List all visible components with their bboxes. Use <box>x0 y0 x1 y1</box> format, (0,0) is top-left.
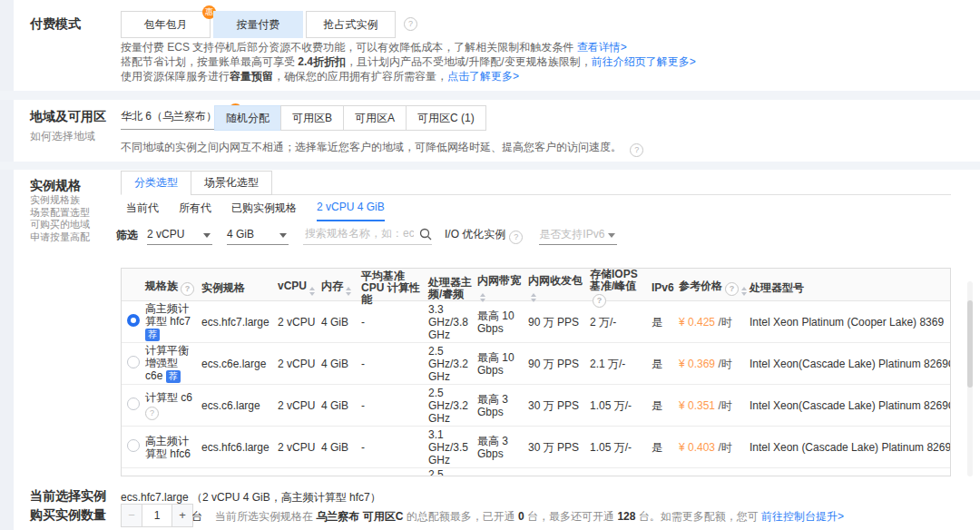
desc-text: 使用资源保障服务进行 <box>121 70 230 83</box>
sort-icon[interactable] <box>346 287 351 296</box>
sort-icon[interactable] <box>531 293 536 302</box>
cell-iops: 2 万/- <box>590 316 652 329</box>
quantity-input[interactable] <box>142 505 172 526</box>
row-radio[interactable] <box>127 398 140 410</box>
view-details-link[interactable]: 查看详情> <box>577 41 627 54</box>
region-select[interactable]: 华北 6（乌兰察布） 惠 <box>121 109 222 130</box>
cell-bandwidth: 最高 3 Gbps <box>477 435 528 460</box>
question-icon[interactable] <box>725 282 739 296</box>
sort-icon[interactable] <box>309 287 315 296</box>
zone-tab-label: 可用区B <box>292 112 332 124</box>
table-row-partial[interactable]: 2.5 <box>122 468 950 476</box>
side-link-apply-quota[interactable]: 申请按量高配 <box>30 231 90 244</box>
tab-category-selection[interactable]: 分类选型 <box>121 171 191 195</box>
intro-page-link[interactable]: 前往介绍页了解更多> <box>592 55 696 68</box>
cell-vcpu: 2 vCPU <box>278 441 321 454</box>
quantity-decrease-button[interactable]: − <box>122 505 142 526</box>
column-header[interactable]: 实例规格 <box>201 282 278 294</box>
row-radio[interactable] <box>127 439 140 452</box>
quantity-increase-button[interactable]: + <box>172 505 192 526</box>
column-header[interactable]: 处理器主频/睿频 <box>428 277 477 300</box>
row-radio[interactable] <box>127 356 140 368</box>
row-radio[interactable] <box>127 314 140 327</box>
column-header[interactable]: 存储IOPS 基准/峰值 <box>590 269 652 308</box>
spec-table-body: 高主频计算型 hfc7 荐 ecs.hfc7.large 2 vCPU 4 Gi… <box>122 301 950 468</box>
desc-text: ，确保您的应用拥有扩容所需容量， <box>273 70 447 83</box>
column-header[interactable]: 规格族 <box>145 280 201 296</box>
price-value: ¥ 0.403 <box>679 441 715 454</box>
how-to-choose-region-link[interactable]: 如何选择地域 <box>30 129 95 144</box>
column-header[interactable]: 内网带宽 <box>477 275 528 302</box>
learn-more-link[interactable]: 点击了解更多> <box>447 70 519 83</box>
payment-option-pay-as-you-go[interactable]: 按量付费 <box>213 11 303 38</box>
side-link-scenario-config[interactable]: 场景配置选型 <box>30 207 90 220</box>
payment-option-preemptible[interactable]: 抢占式实例 <box>306 11 396 38</box>
column-header[interactable]: vCPU <box>278 280 321 296</box>
cell-vcpu: 2 vCPU <box>278 358 321 370</box>
payment-help-question-icon[interactable] <box>404 17 417 31</box>
column-header[interactable]: 参考价格 <box>679 280 750 296</box>
memory-filter-value: 4 GiB <box>227 228 254 240</box>
ipv6-filter-select[interactable]: 是否支持IPv6 <box>539 226 617 245</box>
cell-spec-name: ecs.hfc7.large <box>201 316 278 329</box>
cell-radio <box>122 439 145 455</box>
subtab-all-gen[interactable]: 所有代 <box>179 201 211 221</box>
table-row[interactable]: 计算型 c6 ecs.c6.large 2 vCPU 4 GiB - 2.5 G… <box>122 385 950 427</box>
cell-pps: 90 万 PPS <box>528 358 590 370</box>
sort-icon[interactable] <box>480 293 485 302</box>
search-icon[interactable] <box>419 228 432 243</box>
table-row[interactable]: 高主频计算型 hfc7 荐 ecs.hfc7.large 2 vCPU 4 Gi… <box>122 301 950 343</box>
table-row[interactable]: 高主频计算型 hfc6 ecs.hfc6.large 2 vCPU 4 GiB … <box>122 427 950 468</box>
chevron-down-icon <box>279 233 287 238</box>
cell-baseline-cpu: - <box>361 358 428 370</box>
zone-tab-a[interactable]: 可用区A <box>343 105 407 131</box>
family-name: 计算型 c6 <box>145 391 192 404</box>
column-header[interactable]: IPv6 <box>652 282 679 294</box>
increase-quota-link[interactable]: 前往控制台提升> <box>761 510 844 523</box>
subtab-current-gen[interactable]: 当前代 <box>126 201 159 221</box>
payment-option-subscription[interactable]: 包年包月 惠 <box>121 11 211 38</box>
memory-filter-select[interactable]: 4 GiB <box>227 226 289 245</box>
subtab-purchased-specs[interactable]: 已购实例规格 <box>231 201 297 221</box>
price-value: ¥ 0.425 <box>679 316 715 329</box>
cell-cpu-model: Intel Xeon(Cascade Lake) Platinum 8269CY <box>750 358 950 370</box>
column-header-label: 处理器型号 <box>750 281 804 294</box>
note-text: 台。如需更多配额，您可 <box>635 510 761 523</box>
tab-scenario-selection[interactable]: 场景化选型 <box>191 171 272 195</box>
tab-label: 场景化选型 <box>204 176 259 189</box>
quantity-label: 购买实例数量 <box>30 507 106 524</box>
vcpu-filter-select[interactable]: 2 vCPU <box>147 226 212 245</box>
region-help-question-icon[interactable] <box>630 143 643 157</box>
side-link-purchasable-regions[interactable]: 可购买的地域 <box>30 219 90 231</box>
payment-mode-options: 包年包月 惠 按量付费 抢占式实例 <box>121 11 417 38</box>
io-help-question-icon[interactable] <box>509 231 523 244</box>
spec-search-input[interactable] <box>303 226 416 240</box>
family-name: 高主频计算型 hfc7 <box>145 302 191 328</box>
family-question-icon[interactable] <box>145 407 159 420</box>
side-link-spec-families[interactable]: 实例规格族 <box>30 194 90 207</box>
sort-icon[interactable] <box>741 287 747 296</box>
zone-tab-c[interactable]: 可用区C (1) <box>406 105 486 131</box>
column-header-label: 内网带宽 <box>477 274 521 287</box>
column-header[interactable]: 平均基准CPU 计算性能 <box>361 270 428 306</box>
zone-tab-b[interactable]: 可用区B <box>280 105 344 131</box>
price-value: ¥ 0.351 <box>679 399 715 412</box>
column-header[interactable]: 内网收发包 <box>528 275 590 302</box>
table-row[interactable]: 计算平衡增强型 c6e 荐 ecs.c6e.large 2 vCPU 4 GiB… <box>122 343 950 385</box>
zone-tab-random[interactable]: 随机分配 <box>214 105 281 131</box>
column-header-label: 处理器主频/睿频 <box>428 276 472 300</box>
column-header[interactable]: 处理器型号 <box>750 282 950 294</box>
question-icon[interactable] <box>593 294 606 308</box>
zone-tab-label: 随机分配 <box>226 112 270 124</box>
desc-bold-text: 容量预留 <box>230 70 273 83</box>
note-bold-text: 乌兰察布 可用区C <box>316 510 403 523</box>
table-scrollbar-thumb[interactable] <box>967 300 973 388</box>
subtab-label: 已购实例规格 <box>231 201 297 214</box>
cell-cpu-model: Intel Xeon (Cascade Lake) Platinum 8269 <box>750 441 950 454</box>
cell-iops: 2.1 万/- <box>590 358 652 370</box>
subtab-2vcpu-4gib[interactable]: 2 vCPU 4 GiB <box>317 201 385 221</box>
column-header[interactable]: 内存 <box>321 280 361 296</box>
cell-ipv6: 是 <box>652 316 679 329</box>
cell-ipv6: 是 <box>652 358 679 370</box>
question-icon[interactable] <box>181 282 194 296</box>
